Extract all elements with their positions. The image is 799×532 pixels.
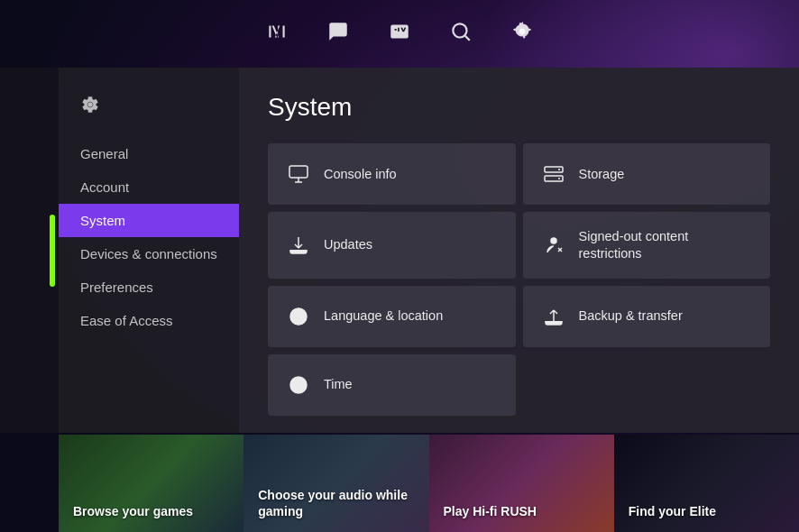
tile-backup[interactable]: Backup & transfer xyxy=(523,286,771,347)
carousel-item-hifi[interactable]: Play Hi-fi RUSH xyxy=(429,435,614,532)
tile-language-label: Language & location xyxy=(324,307,443,325)
upload-icon xyxy=(541,304,566,329)
sidebar-item-general[interactable]: General xyxy=(59,137,239,170)
gamepass-icon[interactable] xyxy=(383,15,416,48)
sidebar-gear-icon xyxy=(59,86,239,137)
main-panel: General Account System Devices & connect… xyxy=(59,68,799,433)
carousel-item-elite[interactable]: Find your Elite xyxy=(614,435,799,532)
download-icon xyxy=(286,233,311,258)
tile-time-label: Time xyxy=(324,376,353,393)
svg-line-2 xyxy=(465,36,470,41)
svg-rect-5 xyxy=(289,166,308,178)
sidebar-item-account[interactable]: Account xyxy=(59,170,239,204)
clock-icon xyxy=(286,372,311,398)
bottom-carousel: Browse your games Choose your audio whil… xyxy=(59,435,799,532)
social-icon[interactable] xyxy=(322,15,354,48)
carousel-elite-label: Find your Elite xyxy=(629,503,716,519)
side-accent xyxy=(50,215,55,287)
tile-time[interactable]: Time xyxy=(268,354,516,416)
svg-point-1 xyxy=(453,23,466,37)
tile-updates[interactable]: Updates xyxy=(268,212,516,279)
content-area: System Console info Storage xyxy=(239,68,799,433)
tile-language[interactable]: Language & location xyxy=(268,286,516,347)
carousel-hifi-label: Play Hi-fi RUSH xyxy=(444,503,537,519)
settings-gear-icon[interactable] xyxy=(506,15,538,48)
tile-signed-out[interactable]: Signed-out content restrictions xyxy=(523,212,771,279)
tile-backup-label: Backup & transfer xyxy=(579,307,683,325)
svg-point-10 xyxy=(551,238,556,243)
settings-grid: Console info Storage Updates xyxy=(268,143,770,416)
sidebar-item-preferences[interactable]: Preferences xyxy=(59,271,239,304)
tile-updates-label: Updates xyxy=(324,236,372,253)
carousel-audio-label: Choose your audio while gaming xyxy=(258,487,428,519)
library-icon[interactable] xyxy=(261,15,293,48)
top-nav xyxy=(0,0,799,63)
sidebar-item-ease[interactable]: Ease of Access xyxy=(59,304,239,337)
svg-point-4 xyxy=(87,102,93,107)
sidebar: General Account System Devices & connect… xyxy=(59,68,239,433)
sidebar-item-devices[interactable]: Devices & connections xyxy=(59,237,239,271)
storage-icon xyxy=(541,161,566,187)
tile-signed-out-label: Signed-out content restrictions xyxy=(579,228,753,262)
carousel-browse-label: Browse your games xyxy=(73,503,193,519)
svg-point-8 xyxy=(558,169,560,170)
tile-storage[interactable]: Storage xyxy=(523,143,771,205)
svg-rect-0 xyxy=(390,24,409,38)
monitor-icon xyxy=(286,161,311,187)
tile-storage-label: Storage xyxy=(579,166,625,183)
svg-point-9 xyxy=(558,178,560,179)
globe-icon xyxy=(286,304,311,329)
search-icon[interactable] xyxy=(445,15,477,48)
sidebar-item-system[interactable]: System xyxy=(59,204,239,237)
carousel-item-browse[interactable]: Browse your games xyxy=(59,435,243,532)
tile-console-info[interactable]: Console info xyxy=(268,143,516,205)
side-strip xyxy=(0,68,59,433)
carousel-item-audio[interactable]: Choose your audio while gaming xyxy=(243,435,428,532)
tile-console-info-label: Console info xyxy=(324,166,397,183)
person-restrict-icon xyxy=(541,233,566,258)
page-title: System xyxy=(268,93,770,122)
